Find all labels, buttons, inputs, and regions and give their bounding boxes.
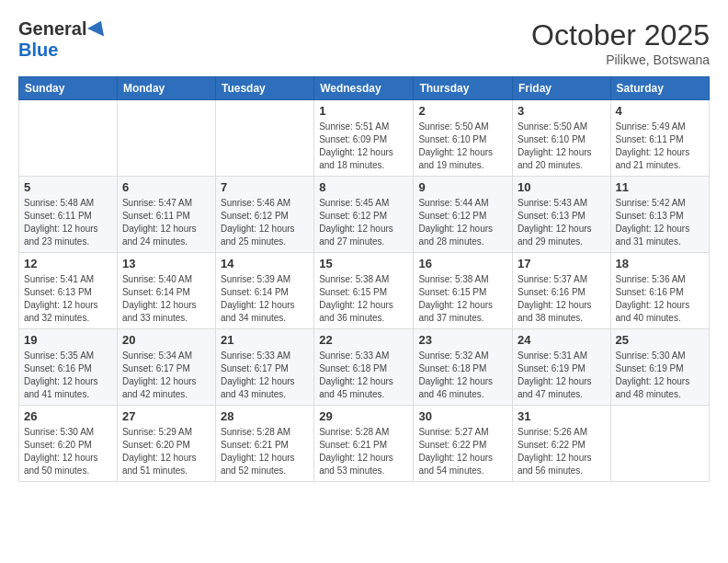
day-info: Sunrise: 5:41 AM Sunset: 6:13 PM Dayligh…: [24, 273, 112, 325]
day-info: Sunrise: 5:35 AM Sunset: 6:16 PM Dayligh…: [24, 350, 112, 401]
location: Pilikwe, Botswana: [531, 52, 710, 67]
calendar-cell: 5Sunrise: 5:48 AM Sunset: 6:11 PM Daylig…: [19, 177, 118, 253]
day-number: 17: [518, 257, 606, 270]
day-header-sunday: Sunday: [19, 77, 118, 100]
day-number: 23: [418, 333, 507, 347]
day-number: 29: [319, 409, 408, 423]
day-info: Sunrise: 5:30 AM Sunset: 6:19 PM Dayligh…: [616, 350, 704, 401]
calendar-cell: [19, 100, 118, 177]
day-info: Sunrise: 5:39 AM Sunset: 6:14 PM Dayligh…: [221, 273, 309, 325]
day-number: 19: [24, 333, 112, 347]
day-number: 27: [122, 409, 210, 423]
day-info: Sunrise: 5:38 AM Sunset: 6:15 PM Dayligh…: [418, 273, 507, 325]
day-info: Sunrise: 5:50 AM Sunset: 6:10 PM Dayligh…: [518, 121, 606, 172]
day-number: 20: [122, 333, 210, 347]
calendar-cell: 8Sunrise: 5:45 AM Sunset: 6:12 PM Daylig…: [314, 177, 414, 253]
calendar-table: SundayMondayTuesdayWednesdayThursdayFrid…: [18, 76, 710, 482]
day-number: 9: [418, 180, 507, 194]
day-number: 15: [319, 257, 408, 270]
calendar-cell: 19Sunrise: 5:35 AM Sunset: 6:16 PM Dayli…: [19, 329, 118, 406]
calendar-cell: [610, 406, 709, 482]
day-info: Sunrise: 5:32 AM Sunset: 6:18 PM Dayligh…: [418, 350, 507, 401]
day-header-tuesday: Tuesday: [215, 77, 313, 100]
day-info: Sunrise: 5:42 AM Sunset: 6:13 PM Dayligh…: [616, 197, 704, 248]
day-info: Sunrise: 5:48 AM Sunset: 6:11 PM Dayligh…: [24, 197, 112, 248]
day-info: Sunrise: 5:28 AM Sunset: 6:21 PM Dayligh…: [319, 426, 408, 477]
day-info: Sunrise: 5:31 AM Sunset: 6:19 PM Dayligh…: [518, 350, 606, 401]
day-number: 18: [616, 257, 704, 270]
day-number: 30: [418, 409, 507, 423]
calendar-week-row: 5Sunrise: 5:48 AM Sunset: 6:11 PM Daylig…: [19, 177, 710, 253]
calendar-week-row: 26Sunrise: 5:30 AM Sunset: 6:20 PM Dayli…: [19, 406, 710, 482]
day-header-wednesday: Wednesday: [314, 77, 414, 100]
calendar-cell: 13Sunrise: 5:40 AM Sunset: 6:14 PM Dayli…: [117, 253, 215, 329]
calendar-cell: 23Sunrise: 5:32 AM Sunset: 6:18 PM Dayli…: [414, 329, 513, 406]
calendar-cell: 22Sunrise: 5:33 AM Sunset: 6:18 PM Dayli…: [314, 329, 414, 406]
calendar-cell: 24Sunrise: 5:31 AM Sunset: 6:19 PM Dayli…: [512, 329, 610, 406]
day-info: Sunrise: 5:33 AM Sunset: 6:17 PM Dayligh…: [221, 350, 309, 401]
day-info: Sunrise: 5:44 AM Sunset: 6:12 PM Dayligh…: [418, 197, 507, 248]
calendar-cell: 27Sunrise: 5:29 AM Sunset: 6:20 PM Dayli…: [117, 406, 215, 482]
day-header-monday: Monday: [117, 77, 215, 100]
calendar-cell: 10Sunrise: 5:43 AM Sunset: 6:13 PM Dayli…: [512, 177, 610, 253]
calendar-cell: 26Sunrise: 5:30 AM Sunset: 6:20 PM Dayli…: [19, 406, 118, 482]
calendar-cell: 7Sunrise: 5:46 AM Sunset: 6:12 PM Daylig…: [215, 177, 313, 253]
calendar-cell: 1Sunrise: 5:51 AM Sunset: 6:09 PM Daylig…: [314, 100, 414, 177]
day-info: Sunrise: 5:34 AM Sunset: 6:17 PM Dayligh…: [122, 350, 210, 401]
day-info: Sunrise: 5:28 AM Sunset: 6:21 PM Dayligh…: [221, 426, 309, 477]
day-header-thursday: Thursday: [414, 77, 513, 100]
day-info: Sunrise: 5:45 AM Sunset: 6:12 PM Dayligh…: [319, 197, 408, 248]
day-number: 4: [616, 104, 704, 118]
day-number: 28: [221, 409, 309, 423]
calendar-cell: [117, 100, 215, 177]
day-number: 13: [122, 257, 210, 270]
day-info: Sunrise: 5:33 AM Sunset: 6:18 PM Dayligh…: [319, 350, 408, 401]
day-number: 8: [319, 180, 408, 194]
day-number: 6: [122, 180, 210, 194]
logo-blue: Blue: [18, 40, 58, 61]
day-header-saturday: Saturday: [610, 77, 709, 100]
day-info: Sunrise: 5:49 AM Sunset: 6:11 PM Dayligh…: [616, 121, 704, 172]
calendar-cell: 14Sunrise: 5:39 AM Sunset: 6:14 PM Dayli…: [215, 253, 313, 329]
logo: General Blue: [18, 18, 108, 61]
day-number: 2: [418, 104, 507, 118]
day-number: 16: [418, 257, 507, 270]
day-number: 22: [319, 333, 408, 347]
day-info: Sunrise: 5:47 AM Sunset: 6:11 PM Dayligh…: [122, 197, 210, 248]
calendar-header-row: SundayMondayTuesdayWednesdayThursdayFrid…: [19, 77, 710, 100]
day-info: Sunrise: 5:29 AM Sunset: 6:20 PM Dayligh…: [122, 426, 210, 477]
calendar-cell: 30Sunrise: 5:27 AM Sunset: 6:22 PM Dayli…: [414, 406, 513, 482]
calendar-cell: 12Sunrise: 5:41 AM Sunset: 6:13 PM Dayli…: [19, 253, 118, 329]
day-info: Sunrise: 5:37 AM Sunset: 6:16 PM Dayligh…: [518, 273, 606, 325]
calendar-cell: 16Sunrise: 5:38 AM Sunset: 6:15 PM Dayli…: [414, 253, 513, 329]
day-number: 1: [319, 104, 408, 118]
day-info: Sunrise: 5:27 AM Sunset: 6:22 PM Dayligh…: [418, 426, 507, 477]
calendar-week-row: 1Sunrise: 5:51 AM Sunset: 6:09 PM Daylig…: [19, 100, 710, 177]
day-number: 3: [518, 104, 606, 118]
calendar-cell: 4Sunrise: 5:49 AM Sunset: 6:11 PM Daylig…: [610, 100, 709, 177]
day-info: Sunrise: 5:38 AM Sunset: 6:15 PM Dayligh…: [319, 273, 408, 325]
day-info: Sunrise: 5:30 AM Sunset: 6:20 PM Dayligh…: [24, 426, 112, 477]
day-number: 25: [616, 333, 704, 347]
day-info: Sunrise: 5:50 AM Sunset: 6:10 PM Dayligh…: [418, 121, 507, 172]
calendar-cell: 28Sunrise: 5:28 AM Sunset: 6:21 PM Dayli…: [215, 406, 313, 482]
calendar-cell: 15Sunrise: 5:38 AM Sunset: 6:15 PM Dayli…: [314, 253, 414, 329]
day-number: 7: [221, 180, 309, 194]
calendar-cell: 29Sunrise: 5:28 AM Sunset: 6:21 PM Dayli…: [314, 406, 414, 482]
day-info: Sunrise: 5:40 AM Sunset: 6:14 PM Dayligh…: [122, 273, 210, 325]
calendar-cell: 9Sunrise: 5:44 AM Sunset: 6:12 PM Daylig…: [414, 177, 513, 253]
day-number: 5: [24, 180, 112, 194]
day-info: Sunrise: 5:36 AM Sunset: 6:16 PM Dayligh…: [616, 273, 704, 325]
calendar-cell: 21Sunrise: 5:33 AM Sunset: 6:17 PM Dayli…: [215, 329, 313, 406]
calendar-cell: 18Sunrise: 5:36 AM Sunset: 6:16 PM Dayli…: [610, 253, 709, 329]
day-number: 12: [24, 257, 112, 270]
day-info: Sunrise: 5:51 AM Sunset: 6:09 PM Dayligh…: [319, 121, 408, 172]
logo-general: General: [18, 18, 86, 40]
day-info: Sunrise: 5:26 AM Sunset: 6:22 PM Dayligh…: [518, 426, 606, 477]
calendar-week-row: 12Sunrise: 5:41 AM Sunset: 6:13 PM Dayli…: [19, 253, 710, 329]
calendar-cell: 25Sunrise: 5:30 AM Sunset: 6:19 PM Dayli…: [610, 329, 709, 406]
calendar-cell: 11Sunrise: 5:42 AM Sunset: 6:13 PM Dayli…: [610, 177, 709, 253]
day-number: 31: [518, 409, 606, 423]
page-header: General Blue October 2025 Pilikwe, Botsw…: [18, 18, 710, 67]
calendar-week-row: 19Sunrise: 5:35 AM Sunset: 6:16 PM Dayli…: [19, 329, 710, 406]
